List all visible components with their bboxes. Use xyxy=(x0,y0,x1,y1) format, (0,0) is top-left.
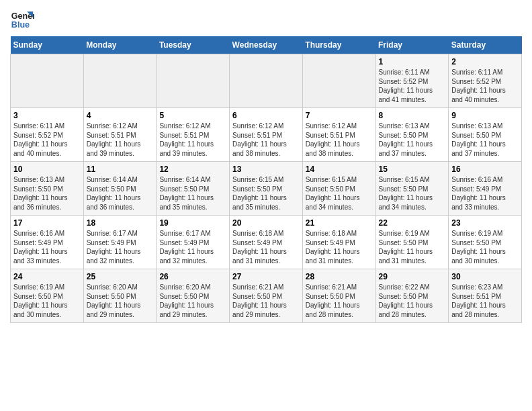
day-info: Sunrise: 6:14 AM Sunset: 5:50 PM Dayligh… xyxy=(87,175,154,212)
calendar-day-cell xyxy=(157,54,230,108)
day-info: Sunrise: 6:15 AM Sunset: 5:50 PM Dayligh… xyxy=(306,175,373,212)
day-info: Sunrise: 6:16 AM Sunset: 5:49 PM Dayligh… xyxy=(451,175,519,212)
calendar-week-row: 10Sunrise: 6:13 AM Sunset: 5:50 PM Dayli… xyxy=(11,162,522,216)
day-info: Sunrise: 6:15 AM Sunset: 5:50 PM Dayligh… xyxy=(232,175,300,212)
day-number: 30 xyxy=(451,272,519,281)
day-info: Sunrise: 6:12 AM Sunset: 5:51 PM Dayligh… xyxy=(159,122,226,158)
day-info: Sunrise: 6:11 AM Sunset: 5:52 PM Dayligh… xyxy=(451,68,519,104)
calendar-day-cell: 13Sunrise: 6:15 AM Sunset: 5:50 PM Dayli… xyxy=(230,162,303,216)
day-number: 4 xyxy=(87,111,154,120)
day-number: 19 xyxy=(159,218,226,228)
calendar-day-cell: 12Sunrise: 6:14 AM Sunset: 5:50 PM Dayli… xyxy=(157,162,230,216)
calendar-table: SundayMondayTuesdayWednesdayThursdayFrid… xyxy=(10,36,522,323)
calendar-day-cell xyxy=(83,54,157,108)
day-info: Sunrise: 6:12 AM Sunset: 5:51 PM Dayligh… xyxy=(232,122,300,158)
day-number: 26 xyxy=(159,272,226,281)
day-number: 17 xyxy=(13,218,81,228)
day-info: Sunrise: 6:21 AM Sunset: 5:50 PM Dayligh… xyxy=(232,283,300,319)
day-number: 12 xyxy=(159,165,226,174)
day-info: Sunrise: 6:17 AM Sunset: 5:49 PM Dayligh… xyxy=(159,229,226,265)
day-number: 16 xyxy=(451,165,519,174)
day-info: Sunrise: 6:11 AM Sunset: 5:52 PM Dayligh… xyxy=(379,68,446,104)
day-info: Sunrise: 6:19 AM Sunset: 5:50 PM Dayligh… xyxy=(451,229,519,265)
day-number: 13 xyxy=(232,165,300,174)
calendar-day-cell: 9Sunrise: 6:13 AM Sunset: 5:50 PM Daylig… xyxy=(449,108,522,162)
calendar-day-cell: 15Sunrise: 6:15 AM Sunset: 5:50 PM Dayli… xyxy=(375,162,449,216)
day-number: 27 xyxy=(232,272,300,281)
day-number: 25 xyxy=(87,272,154,281)
calendar-day-cell: 19Sunrise: 6:17 AM Sunset: 5:49 PM Dayli… xyxy=(157,216,230,269)
calendar-day-cell: 8Sunrise: 6:13 AM Sunset: 5:50 PM Daylig… xyxy=(375,108,449,162)
calendar-day-cell: 29Sunrise: 6:22 AM Sunset: 5:50 PM Dayli… xyxy=(375,269,449,323)
day-number: 15 xyxy=(379,165,446,174)
calendar-day-cell: 11Sunrise: 6:14 AM Sunset: 5:50 PM Dayli… xyxy=(83,162,157,216)
day-number: 18 xyxy=(87,218,154,228)
day-number: 8 xyxy=(379,111,446,120)
day-number: 6 xyxy=(232,111,300,120)
day-info: Sunrise: 6:16 AM Sunset: 5:49 PM Dayligh… xyxy=(13,229,81,265)
weekday-header-row: SundayMondayTuesdayWednesdayThursdayFrid… xyxy=(11,36,522,54)
calendar-day-cell xyxy=(11,54,84,108)
weekday-header-cell: Wednesday xyxy=(230,36,303,54)
weekday-header-cell: Saturday xyxy=(449,36,522,54)
page-header: General Blue xyxy=(10,7,522,31)
day-info: Sunrise: 6:18 AM Sunset: 5:49 PM Dayligh… xyxy=(232,229,300,265)
day-number: 24 xyxy=(13,272,81,281)
day-info: Sunrise: 6:21 AM Sunset: 5:50 PM Dayligh… xyxy=(306,283,373,319)
calendar-day-cell: 10Sunrise: 6:13 AM Sunset: 5:50 PM Dayli… xyxy=(11,162,84,216)
calendar-day-cell: 1Sunrise: 6:11 AM Sunset: 5:52 PM Daylig… xyxy=(375,54,449,108)
day-number: 20 xyxy=(232,218,300,228)
day-number: 1 xyxy=(379,57,446,66)
calendar-day-cell: 14Sunrise: 6:15 AM Sunset: 5:50 PM Dayli… xyxy=(302,162,375,216)
day-info: Sunrise: 6:13 AM Sunset: 5:50 PM Dayligh… xyxy=(451,122,519,158)
day-number: 22 xyxy=(379,218,446,228)
weekday-header-cell: Sunday xyxy=(11,36,84,54)
calendar-day-cell: 3Sunrise: 6:11 AM Sunset: 5:52 PM Daylig… xyxy=(11,108,84,162)
logo: General Blue xyxy=(10,7,34,31)
day-info: Sunrise: 6:23 AM Sunset: 5:51 PM Dayligh… xyxy=(451,283,519,319)
calendar-day-cell: 26Sunrise: 6:20 AM Sunset: 5:50 PM Dayli… xyxy=(157,269,230,323)
day-number: 2 xyxy=(451,57,519,66)
calendar-day-cell: 27Sunrise: 6:21 AM Sunset: 5:50 PM Dayli… xyxy=(230,269,303,323)
day-info: Sunrise: 6:15 AM Sunset: 5:50 PM Dayligh… xyxy=(379,175,446,212)
calendar-day-cell: 2Sunrise: 6:11 AM Sunset: 5:52 PM Daylig… xyxy=(449,54,522,108)
day-info: Sunrise: 6:18 AM Sunset: 5:49 PM Dayligh… xyxy=(306,229,373,265)
day-number: 3 xyxy=(13,111,81,120)
calendar-week-row: 1Sunrise: 6:11 AM Sunset: 5:52 PM Daylig… xyxy=(11,54,522,108)
day-info: Sunrise: 6:19 AM Sunset: 5:50 PM Dayligh… xyxy=(13,283,81,319)
calendar-week-row: 24Sunrise: 6:19 AM Sunset: 5:50 PM Dayli… xyxy=(11,269,522,323)
calendar-day-cell: 7Sunrise: 6:12 AM Sunset: 5:51 PM Daylig… xyxy=(302,108,375,162)
day-number: 21 xyxy=(306,218,373,228)
day-number: 5 xyxy=(159,111,226,120)
calendar-body: 1Sunrise: 6:11 AM Sunset: 5:52 PM Daylig… xyxy=(11,54,522,323)
calendar-day-cell: 4Sunrise: 6:12 AM Sunset: 5:51 PM Daylig… xyxy=(83,108,157,162)
day-number: 11 xyxy=(87,165,154,174)
day-info: Sunrise: 6:20 AM Sunset: 5:50 PM Dayligh… xyxy=(87,283,154,319)
weekday-header-cell: Tuesday xyxy=(157,36,230,54)
calendar-day-cell: 28Sunrise: 6:21 AM Sunset: 5:50 PM Dayli… xyxy=(302,269,375,323)
day-number: 29 xyxy=(379,272,446,281)
calendar-day-cell: 20Sunrise: 6:18 AM Sunset: 5:49 PM Dayli… xyxy=(230,216,303,269)
calendar-day-cell xyxy=(302,54,375,108)
calendar-day-cell: 17Sunrise: 6:16 AM Sunset: 5:49 PM Dayli… xyxy=(11,216,84,269)
calendar-day-cell: 21Sunrise: 6:18 AM Sunset: 5:49 PM Dayli… xyxy=(302,216,375,269)
day-number: 28 xyxy=(306,272,373,281)
day-number: 10 xyxy=(13,165,81,174)
svg-text:Blue: Blue xyxy=(11,20,30,30)
day-info: Sunrise: 6:12 AM Sunset: 5:51 PM Dayligh… xyxy=(87,122,154,158)
day-info: Sunrise: 6:13 AM Sunset: 5:50 PM Dayligh… xyxy=(379,122,446,158)
calendar-day-cell xyxy=(230,54,303,108)
calendar-day-cell: 6Sunrise: 6:12 AM Sunset: 5:51 PM Daylig… xyxy=(230,108,303,162)
day-info: Sunrise: 6:20 AM Sunset: 5:50 PM Dayligh… xyxy=(159,283,226,319)
weekday-header-cell: Thursday xyxy=(302,36,375,54)
calendar-week-row: 3Sunrise: 6:11 AM Sunset: 5:52 PM Daylig… xyxy=(11,108,522,162)
day-info: Sunrise: 6:22 AM Sunset: 5:50 PM Dayligh… xyxy=(379,283,446,319)
calendar-day-cell: 24Sunrise: 6:19 AM Sunset: 5:50 PM Dayli… xyxy=(11,269,84,323)
weekday-header-cell: Monday xyxy=(83,36,157,54)
day-info: Sunrise: 6:12 AM Sunset: 5:51 PM Dayligh… xyxy=(306,122,373,158)
day-number: 7 xyxy=(306,111,373,120)
calendar-day-cell: 16Sunrise: 6:16 AM Sunset: 5:49 PM Dayli… xyxy=(449,162,522,216)
calendar-day-cell: 18Sunrise: 6:17 AM Sunset: 5:49 PM Dayli… xyxy=(83,216,157,269)
day-info: Sunrise: 6:17 AM Sunset: 5:49 PM Dayligh… xyxy=(87,229,154,265)
day-info: Sunrise: 6:19 AM Sunset: 5:50 PM Dayligh… xyxy=(379,229,446,265)
